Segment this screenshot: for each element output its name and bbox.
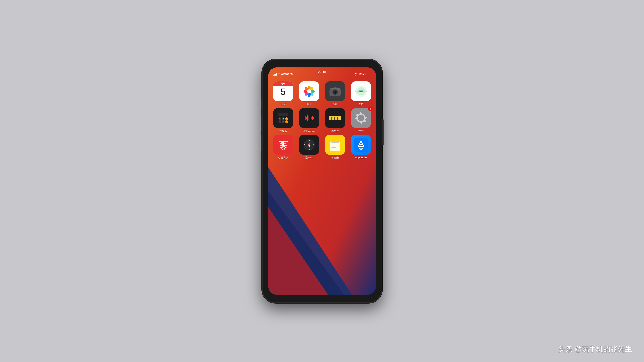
toutiao-icon-graphic: 头 头 头条 [276, 138, 290, 152]
svg-text:×: × [286, 121, 287, 123]
svg-rect-51 [312, 116, 313, 120]
battery-indicator [365, 73, 371, 75]
volume-up-button[interactable] [261, 115, 262, 131]
power-button[interactable] [382, 119, 384, 145]
svg-text:7: 7 [279, 118, 280, 120]
svg-point-19 [334, 91, 335, 92]
photos-icon-graphic [302, 84, 316, 98]
app-label-camera: 相机 [332, 102, 338, 106]
settings-badge: 1 [368, 106, 372, 111]
app-item-camera[interactable]: 相机 [324, 81, 346, 106]
app-label-settings: 设置 [358, 129, 364, 133]
status-bar: 中国移动 22:15 16% [268, 67, 376, 79]
app-grid: 周一 5 日历 [268, 79, 376, 295]
findmy-icon-graphic [354, 84, 368, 98]
svg-text:5: 5 [282, 121, 284, 123]
app-label-toutiao: 今日头条 [278, 156, 288, 160]
svg-rect-44 [304, 117, 304, 119]
svg-text:÷: ÷ [286, 118, 287, 120]
svg-rect-46 [306, 117, 307, 119]
svg-rect-47 [307, 115, 308, 121]
svg-text:8: 8 [282, 118, 284, 120]
signal-bars [273, 73, 276, 76]
app-item-toutiao[interactable]: 头 头 头条 今日头条 [272, 135, 294, 160]
svg-rect-45 [305, 116, 306, 120]
app-label-photos: 照片 [306, 102, 312, 106]
app-label-notes: 备忘录 [331, 156, 339, 160]
calendar-weekday: 周一 [281, 82, 286, 85]
iphone-frame: 中国移动 22:15 16% [262, 59, 382, 303]
app-item-appstore[interactable]: App Store [350, 135, 372, 159]
settings-icon-graphic [354, 111, 368, 125]
app-row-2: 7 8 ÷ 4 5 × 计算器 [270, 108, 374, 133]
svg-text:4: 4 [279, 121, 280, 123]
svg-rect-81 [280, 143, 286, 144]
app-item-settings[interactable]: 1 [350, 108, 372, 133]
appstore-icon-graphic [354, 138, 368, 152]
app-item-calculator[interactable]: 7 8 ÷ 4 5 × 计算器 [272, 108, 294, 133]
volume-down-button[interactable] [261, 135, 262, 151]
app-item-findmy[interactable]: 查找 [350, 81, 372, 106]
time-display: 22:15 [318, 70, 326, 74]
app-label-calendar: 日历 [280, 102, 286, 106]
svg-rect-30 [278, 113, 288, 116]
wifi-icon [290, 73, 293, 75]
app-label-findmy: 查找 [358, 102, 364, 106]
svg-rect-54 [329, 116, 341, 120]
measure-icon-graphic [328, 111, 342, 125]
svg-point-28 [360, 91, 362, 92]
notes-icon-graphic [328, 138, 342, 152]
svg-rect-103 [330, 140, 340, 142]
app-item-compass[interactable]: N S W E [298, 135, 320, 160]
svg-point-13 [307, 89, 311, 93]
compass-icon-graphic: N S W E [302, 138, 316, 152]
voicememo-icon-graphic [302, 111, 316, 125]
app-row-1: 周一 5 日历 [270, 81, 374, 106]
app-row-3: 头 头 头条 今日头条 [270, 135, 374, 160]
watermark: 头条 @玩手机的张先生 [558, 344, 632, 354]
app-label-calculator: 计算器 [279, 129, 287, 133]
mute-button[interactable] [261, 99, 262, 109]
app-item-notes[interactable]: 备忘录 [324, 135, 346, 160]
svg-rect-52 [313, 117, 314, 119]
svg-rect-48 [308, 116, 309, 120]
svg-rect-71 [364, 120, 366, 122]
app-item-measure[interactable]: 测距仪 [324, 108, 346, 133]
app-label-appstore: App Store [355, 156, 367, 159]
battery-percent: 16% [358, 73, 364, 76]
app-label-measure: 测距仪 [331, 129, 339, 133]
app-item-calendar[interactable]: 周一 5 日历 [272, 81, 294, 106]
status-right: 16% [354, 73, 371, 76]
app-label-compass: 指南针 [305, 156, 313, 160]
status-left: 中国移动 [273, 72, 293, 76]
app-label-voicememo: 语音备忘录 [302, 129, 316, 133]
svg-point-20 [338, 89, 339, 90]
app-item-voicememo[interactable]: 语音备忘录 [298, 108, 320, 133]
iphone-screen: 中国移动 22:15 16% [268, 67, 376, 295]
calculator-icon-graphic: 7 8 ÷ 4 5 × [276, 111, 290, 125]
carrier-label: 中国移动 [278, 72, 289, 76]
svg-text:头条: 头条 [281, 148, 286, 150]
svg-rect-49 [310, 115, 310, 121]
app-item-photos[interactable]: 照片 [298, 81, 320, 106]
svg-rect-50 [311, 117, 312, 119]
svg-point-96 [308, 144, 310, 145]
svg-point-76 [359, 116, 363, 120]
calendar-day: 5 [280, 86, 286, 97]
svg-rect-80 [278, 141, 288, 142]
alarm-icon [354, 73, 357, 76]
svg-rect-74 [356, 114, 358, 116]
camera-icon-graphic [328, 84, 342, 98]
